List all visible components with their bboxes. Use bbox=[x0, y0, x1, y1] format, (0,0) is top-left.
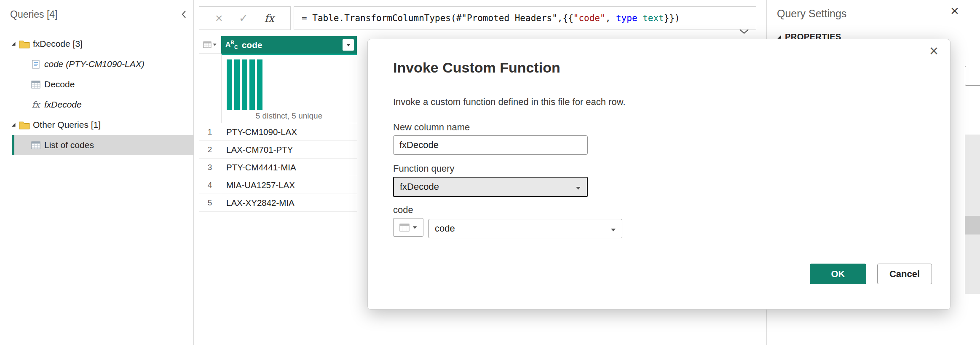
tree-item-label: Decode bbox=[44, 79, 75, 89]
table-row[interactable]: 2 LAX-CM701-PTY bbox=[199, 141, 357, 159]
tree-group-label: Other Queries [1] bbox=[33, 120, 101, 130]
tree-item-decode[interactable]: Decode bbox=[0, 74, 193, 94]
tree-group-label: fxDecode [3] bbox=[33, 39, 83, 49]
formula-text: }}) bbox=[664, 13, 680, 23]
new-column-name-label: New column name bbox=[393, 122, 470, 133]
row-number: 2 bbox=[199, 141, 221, 158]
close-settings-icon[interactable]: × bbox=[951, 3, 959, 18]
function-query-value: fxDecode bbox=[400, 181, 439, 192]
table-row[interactable]: 5 LAX-XY2842-MIA bbox=[199, 194, 357, 212]
dropdown-chevron-icon bbox=[576, 181, 581, 192]
commit-formula-icon[interactable]: ✓ bbox=[239, 13, 249, 24]
profile-bar bbox=[257, 59, 262, 110]
dropdown-chevron-icon bbox=[610, 223, 616, 234]
cell-value: PTY-CM4441-MIA bbox=[221, 159, 296, 176]
formula-string-token: "code" bbox=[573, 13, 605, 23]
cancel-formula-icon[interactable]: × bbox=[215, 12, 223, 24]
column-selection-underline bbox=[221, 54, 357, 55]
tree-item-list-of-codes[interactable]: List of codes bbox=[12, 135, 193, 155]
code-column-dropdown[interactable]: code bbox=[428, 219, 622, 238]
table-icon bbox=[30, 141, 41, 149]
function-icon: fx bbox=[30, 100, 41, 110]
table-row[interactable]: 4 MIA-UA1257-LAX bbox=[199, 176, 357, 194]
cell-value: MIA-UA1257-LAX bbox=[221, 176, 295, 194]
tree-item-label: fxDecode bbox=[44, 100, 82, 110]
dropdown-triangle-icon bbox=[412, 226, 417, 229]
tree-item-label: code (PTY-CM1090-LAX) bbox=[44, 59, 145, 69]
power-query-editor: Queries [4] fxDecode [3] code (PTY-CM109… bbox=[0, 0, 980, 345]
ok-button[interactable]: OK bbox=[810, 264, 866, 284]
table-row[interactable]: 1 PTY-CM1090-LAX bbox=[199, 123, 357, 141]
applied-steps-selected-step[interactable] bbox=[965, 216, 980, 234]
text-type-icon: ABC bbox=[225, 40, 238, 50]
code-column-value: code bbox=[435, 223, 455, 234]
table-row[interactable]: 3 PTY-CM4441-MIA bbox=[199, 159, 357, 176]
expand-triangle-icon bbox=[11, 41, 16, 46]
tree-item-fxdecode-function[interactable]: fx fxDecode bbox=[0, 94, 193, 115]
tree-item-code-parameter[interactable]: code (PTY-CM1090-LAX) bbox=[0, 54, 193, 74]
column-filter-button[interactable] bbox=[343, 39, 354, 51]
parameter-icon bbox=[30, 60, 41, 69]
query-tree: fxDecode [3] code (PTY-CM1090-LAX) Decod… bbox=[0, 34, 193, 155]
applied-steps-list bbox=[965, 135, 980, 294]
collapse-pane-icon[interactable] bbox=[180, 9, 187, 20]
expand-triangle-icon bbox=[11, 122, 16, 127]
tree-item-label: List of codes bbox=[44, 140, 94, 150]
formula-text: = Table.TransformColumnTypes(#"Promoted … bbox=[302, 13, 573, 23]
column-profile-stats: 5 distinct, 5 unique bbox=[221, 111, 357, 121]
row-number: 5 bbox=[199, 194, 221, 211]
column-name: code bbox=[242, 40, 262, 50]
dialog-description: Invoke a custom function defined in this… bbox=[393, 97, 626, 108]
row-number: 4 bbox=[199, 176, 221, 194]
table-icon bbox=[399, 224, 410, 232]
cancel-button[interactable]: Cancel bbox=[877, 264, 932, 284]
profile-bars bbox=[227, 59, 262, 110]
grid-column-divider bbox=[357, 36, 357, 212]
formula-text: , bbox=[605, 13, 616, 23]
cell-value: LAX-CM701-PTY bbox=[221, 141, 293, 158]
function-query-dropdown[interactable]: fxDecode bbox=[393, 177, 588, 197]
dropdown-triangle-icon bbox=[213, 43, 217, 46]
queries-pane: Queries [4] fxDecode [3] code (PTY-CM109… bbox=[0, 0, 194, 345]
close-dialog-icon[interactable]: × bbox=[929, 43, 938, 59]
query-settings-title: Query Settings bbox=[777, 8, 846, 20]
formula-bar-buttons: × ✓ fx bbox=[199, 6, 291, 30]
query-name-input[interactable] bbox=[965, 66, 980, 86]
cell-value: PTY-CM1090-LAX bbox=[221, 123, 297, 140]
column-header-code[interactable]: ABC code bbox=[221, 36, 357, 54]
row-number: 3 bbox=[199, 159, 221, 176]
tree-group-fxdecode[interactable]: fxDecode [3] bbox=[0, 34, 193, 54]
dialog-title: Invoke Custom Function bbox=[393, 59, 560, 76]
function-query-label: Function query bbox=[393, 163, 455, 174]
fx-add-step-icon[interactable]: fx bbox=[264, 12, 274, 24]
queries-pane-header: Queries [4] bbox=[10, 7, 187, 22]
cell-value: LAX-XY2842-MIA bbox=[221, 194, 295, 211]
queries-pane-title: Queries [4] bbox=[10, 9, 58, 20]
new-column-name-input[interactable] bbox=[393, 135, 588, 155]
table-icon bbox=[30, 81, 41, 89]
formula-keyword-token: type bbox=[616, 13, 643, 23]
profile-bar bbox=[249, 59, 255, 110]
column-picker-button[interactable] bbox=[393, 218, 423, 237]
folder-icon bbox=[19, 121, 30, 129]
profile-bar bbox=[234, 59, 240, 110]
profile-bar bbox=[227, 59, 232, 110]
formula-input[interactable]: = Table.TransformColumnTypes(#"Promoted … bbox=[294, 6, 756, 30]
formula-type-token: text bbox=[643, 13, 664, 23]
profile-bar bbox=[242, 59, 247, 110]
row-number: 1 bbox=[199, 123, 221, 140]
data-rows: 1 PTY-CM1090-LAX 2 LAX-CM701-PTY 3 PTY-C… bbox=[199, 123, 357, 212]
folder-icon bbox=[19, 40, 30, 49]
invoke-custom-function-dialog: × Invoke Custom Function Invoke a custom… bbox=[367, 39, 951, 310]
code-parameter-label: code bbox=[393, 205, 413, 216]
table-menu-button[interactable] bbox=[199, 36, 221, 54]
tree-group-other-queries[interactable]: Other Queries [1] bbox=[0, 115, 193, 135]
